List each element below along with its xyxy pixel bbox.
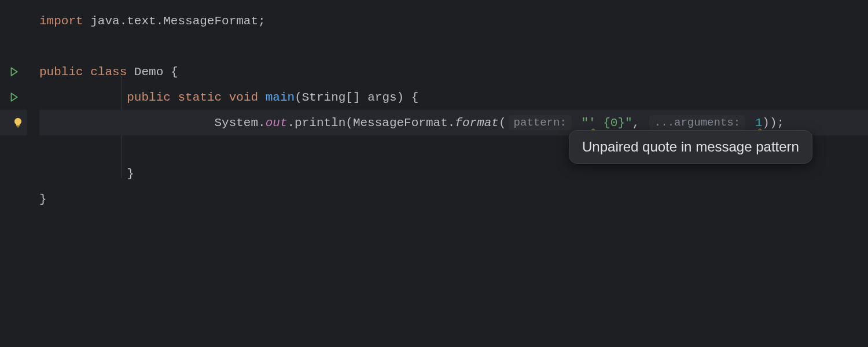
- tooltip-text: Unpaired quote in message pattern: [582, 139, 799, 154]
- method-format: format: [455, 116, 499, 130]
- run-icon[interactable]: [9, 67, 19, 77]
- code-line[interactable]: }: [39, 186, 868, 212]
- field-out: out: [266, 116, 288, 130]
- keyword-public: public: [39, 65, 83, 79]
- keyword-public: public: [127, 91, 171, 104]
- keyword-void: void: [229, 91, 258, 104]
- keyword-class: class: [90, 65, 127, 79]
- code-line[interactable]: }: [39, 161, 868, 186]
- gutter-line-run[interactable]: [0, 84, 27, 110]
- inspection-tooltip: Unpaired quote in message pattern: [569, 130, 812, 164]
- number-literal: 1: [755, 116, 763, 130]
- gutter: [0, 0, 28, 347]
- intention-bulb-icon[interactable]: [12, 117, 24, 128]
- code-line[interactable]: public static void main(String[] args) {: [39, 84, 868, 110]
- class-ref-system: System.: [214, 116, 265, 130]
- run-icon[interactable]: [9, 92, 19, 102]
- gutter-line: [0, 8, 27, 34]
- gutter-line: [0, 161, 27, 186]
- gutter-line-run[interactable]: [0, 59, 27, 84]
- method-main: main: [266, 91, 295, 104]
- code-line[interactable]: import java.text.MessageFormat;: [39, 8, 868, 34]
- class-name: Demo: [134, 65, 163, 79]
- gutter-line: [0, 186, 27, 212]
- string-unpaired-quote: ': [589, 116, 596, 130]
- code-line-empty[interactable]: [39, 34, 868, 59]
- keyword-import: import: [39, 14, 83, 28]
- param-hint-pattern: pattern:: [509, 115, 572, 130]
- svg-rect-1: [17, 127, 19, 127]
- gutter-line-bulb[interactable]: [0, 110, 27, 135]
- code-line[interactable]: public class Demo {: [39, 59, 868, 84]
- code-area[interactable]: import java.text.MessageFormat; public c…: [28, 0, 868, 347]
- keyword-static: static: [178, 91, 222, 104]
- gutter-line: [0, 135, 27, 161]
- gutter-line: [0, 34, 27, 59]
- param-hint-arguments: ...arguments:: [649, 115, 745, 130]
- code-editor[interactable]: import java.text.MessageFormat; public c…: [0, 0, 868, 347]
- import-path: java.text.MessageFormat;: [83, 14, 266, 28]
- svg-rect-0: [17, 126, 20, 127]
